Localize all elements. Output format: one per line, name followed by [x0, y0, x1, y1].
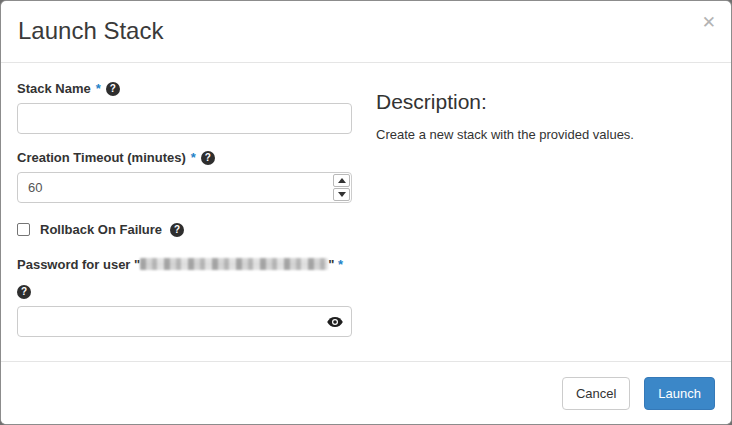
eye-icon[interactable] [327, 317, 343, 327]
required-marker: * [191, 150, 196, 165]
description-column: Description: Create a new stack with the… [352, 81, 715, 363]
help-icon[interactable]: ? [170, 223, 184, 237]
required-marker: * [338, 257, 343, 272]
modal-footer: Cancel Launch [1, 361, 731, 424]
password-label-prefix: Password for user " [17, 257, 140, 272]
help-icon[interactable]: ? [106, 82, 120, 96]
spinner-down-button[interactable] [333, 188, 350, 201]
password-help-row: ? [17, 281, 352, 299]
rollback-row: Rollback On Failure ? [17, 222, 352, 237]
launch-button[interactable]: Launch [644, 377, 715, 410]
stack-name-label: Stack Name [17, 81, 91, 96]
modal-body: Stack Name * ? Creation Timeout (minutes… [1, 63, 731, 363]
description-heading: Description: [376, 90, 715, 114]
creation-timeout-field [17, 172, 352, 203]
required-marker: * [96, 81, 101, 96]
password-input[interactable] [17, 306, 352, 337]
help-icon[interactable]: ? [17, 285, 31, 299]
creation-timeout-label-row: Creation Timeout (minutes) * ? [17, 150, 352, 165]
creation-timeout-label: Creation Timeout (minutes) [17, 150, 186, 165]
stack-name-label-row: Stack Name * ? [17, 81, 352, 96]
stack-name-input[interactable] [17, 103, 352, 134]
description-text: Create a new stack with the provided val… [376, 126, 715, 145]
rollback-label: Rollback On Failure [40, 222, 162, 237]
form-column: Stack Name * ? Creation Timeout (minutes… [17, 81, 352, 363]
help-icon[interactable]: ? [201, 151, 215, 165]
password-label-suffix: " [328, 257, 334, 272]
triangle-down-icon [338, 192, 346, 197]
modal-title: Launch Stack [18, 17, 715, 45]
password-label: Password for user "" * [17, 257, 352, 273]
rollback-label-row: Rollback On Failure ? [40, 222, 184, 237]
launch-stack-modal: Launch Stack ✕ Stack Name * ? Creation T… [0, 0, 732, 425]
creation-timeout-input[interactable] [17, 172, 352, 203]
password-field [17, 306, 352, 337]
redacted-username [140, 258, 328, 270]
spinner-up-button[interactable] [333, 174, 350, 187]
number-spinner [332, 173, 351, 202]
cancel-button[interactable]: Cancel [562, 377, 630, 410]
triangle-up-icon [338, 178, 346, 183]
modal-header: Launch Stack ✕ [1, 1, 731, 63]
rollback-checkbox[interactable] [17, 223, 30, 236]
close-icon[interactable]: ✕ [702, 14, 716, 31]
